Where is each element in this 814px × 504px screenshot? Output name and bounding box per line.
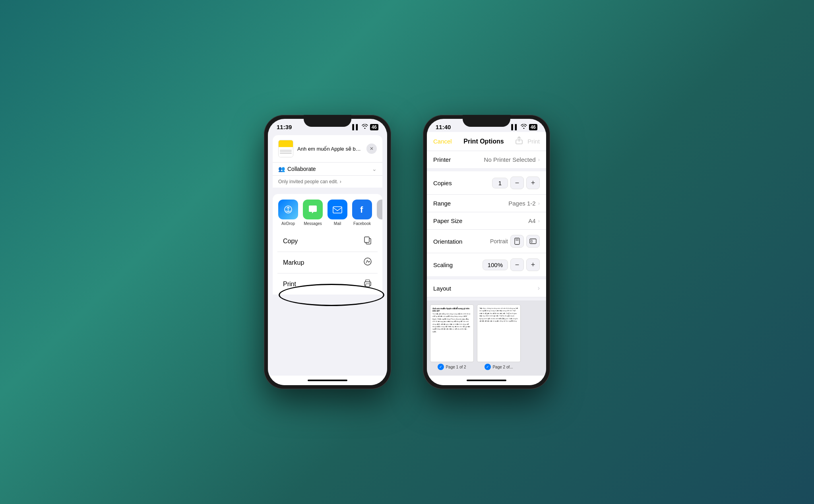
page-thumb-2: Tiếp theo, chúng ta cùng xem xét các tín…	[477, 304, 521, 362]
svg-point-12	[369, 283, 370, 283]
page-1-label: Page 1 of 2	[446, 365, 466, 369]
print-options-title: Print Options	[463, 138, 504, 145]
copies-minus-button[interactable]: −	[510, 176, 524, 189]
doc-title: Anh em muốn Apple sẽ bổ...	[297, 146, 362, 152]
collaborate-label: Collaborate	[287, 166, 316, 172]
layout-label: Layout	[433, 285, 451, 292]
printer-chevron-icon: ›	[538, 157, 540, 163]
nav-right: Print	[516, 136, 540, 147]
page-thumb-title-1: Anh em muốn Apple sẽ bổ sung gì trên iOS…	[432, 307, 471, 312]
share-sheet-content: Anh em muốn Apple sẽ bổ... ✕ 👥 Collabora…	[268, 132, 387, 376]
wifi-icon-2	[521, 124, 527, 130]
copies-plus-button[interactable]: +	[526, 176, 540, 189]
notch-2	[463, 115, 510, 127]
layout-section: Layout ›	[427, 279, 546, 297]
doc-lines	[279, 147, 293, 157]
share-doc-header: Anh em muốn Apple sẽ bổ... ✕	[273, 135, 382, 163]
home-pill-1	[308, 380, 347, 381]
svg-rect-15	[516, 239, 518, 240]
collaborate-people-icon: 👥	[278, 166, 285, 172]
orientation-group: Portrait	[490, 235, 540, 248]
layout-row[interactable]: Layout ›	[427, 279, 546, 297]
scaling-plus-button[interactable]: +	[526, 258, 540, 271]
page-1-badge: ✓ Page 1 of 2	[438, 364, 466, 370]
printer-row[interactable]: Printer No Printer Selected ›	[427, 151, 546, 168]
options-section: Copies 1 − + Range Pages 1-2 ›	[427, 171, 546, 276]
cancel-button[interactable]: Cancel	[433, 138, 452, 145]
page-thumb-1: Anh em muốn Apple sẽ bổ sung gì trên iOS…	[430, 304, 474, 362]
copies-stepper: 1 − +	[492, 176, 540, 189]
invite-text: Only invited people can edit.	[278, 179, 338, 184]
phone-2-screen: 11:40 ▌▌ 46 Cancel Print Options	[427, 119, 546, 385]
facebook-icon: f	[352, 200, 372, 219]
paper-size-row[interactable]: Paper Size A4 ›	[427, 212, 546, 230]
page-2-label: Page 2 of...	[492, 365, 513, 369]
pages-preview: Anh em muốn Apple sẽ bổ sung gì trên iOS…	[427, 300, 546, 376]
orientation-portrait-text: Portrait	[490, 238, 508, 244]
status-time-2: 11:40	[436, 124, 451, 130]
printer-section: Printer No Printer Selected ›	[427, 151, 546, 168]
paper-size-chevron-icon: ›	[538, 218, 540, 224]
wifi-icon-1	[362, 124, 368, 130]
notch-1	[304, 115, 351, 127]
document-icon	[278, 140, 293, 157]
messages-icon	[303, 200, 323, 219]
svg-rect-2	[333, 207, 342, 213]
printer-right: No Printer Selected ›	[484, 156, 540, 163]
app-item-mail[interactable]: Mail	[325, 200, 350, 226]
airdrop-icon	[278, 200, 298, 219]
range-row[interactable]: Range Pages 1-2 ›	[427, 195, 546, 212]
scaling-row: Scaling 100% − +	[427, 253, 546, 276]
print-options-list: Printer No Printer Selected › Copies 1 −	[427, 151, 546, 376]
copy-label: Copy	[283, 238, 298, 245]
action-print[interactable]: Print	[277, 273, 378, 295]
orientation-label: Orientation	[433, 238, 462, 245]
app-item-messages[interactable]: Messages	[300, 200, 325, 226]
copies-value: 1	[492, 178, 508, 188]
scaling-minus-button[interactable]: −	[510, 258, 524, 271]
app-item-facebook[interactable]: f Facebook	[350, 200, 374, 226]
page-thumb-text-2: Tiếp theo, chúng ta cùng xem xét các tín…	[479, 307, 518, 359]
action-copy[interactable]: Copy	[277, 231, 378, 252]
page-preview-1[interactable]: Anh em muốn Apple sẽ bổ sung gì trên iOS…	[430, 304, 474, 372]
orientation-portrait-button[interactable]	[510, 235, 524, 248]
phone-1-screen: 11:39 ▌▌ 46	[268, 119, 387, 385]
status-icons-1: ▌▌ 46	[352, 124, 378, 130]
action-markup[interactable]: Markup	[277, 252, 378, 273]
share-close-button[interactable]: ✕	[366, 143, 377, 154]
svg-rect-16	[530, 239, 536, 244]
signal-icon-2: ▌▌	[511, 124, 518, 130]
page-preview-2[interactable]: Tiếp theo, chúng ta cùng xem xét các tín…	[477, 304, 521, 372]
signal-icon-1: ▌▌	[352, 124, 359, 130]
status-time-1: 11:39	[277, 124, 292, 130]
printer-label: Printer	[433, 156, 451, 163]
collaborate-chevron-icon: ⌄	[372, 166, 377, 172]
doc-line-2	[280, 151, 292, 152]
print-label: Print	[283, 281, 296, 288]
svg-rect-8	[364, 237, 369, 242]
paper-size-right: A4 ›	[528, 217, 540, 224]
app-item-more[interactable]: More	[374, 200, 382, 226]
paper-size-label: Paper Size	[433, 217, 462, 224]
app-item-airdrop[interactable]: AirDrop	[276, 200, 300, 226]
scaling-label: Scaling	[433, 262, 453, 268]
orientation-row: Orientation Portrait	[427, 230, 546, 253]
copy-icon	[363, 236, 372, 246]
svg-point-9	[364, 258, 371, 265]
collaborate-row[interactable]: 👥 Collaborate ⌄	[273, 163, 382, 176]
share-icon[interactable]	[516, 136, 523, 147]
orientation-landscape-button[interactable]	[526, 235, 540, 248]
mail-icon	[328, 200, 347, 219]
mail-label: Mail	[334, 221, 341, 226]
print-button[interactable]: Print	[527, 138, 540, 145]
svg-rect-11	[366, 284, 370, 287]
phone-1: 11:39 ▌▌ 46	[264, 115, 391, 389]
messages-label: Messages	[304, 221, 322, 226]
status-icons-2: ▌▌ 46	[511, 124, 537, 130]
svg-rect-14	[515, 238, 519, 244]
doc-line-3	[280, 153, 292, 154]
print-icon	[363, 279, 372, 289]
invite-row: Only invited people can edit. ›	[273, 176, 382, 188]
print-nav: Cancel Print Options Print	[427, 132, 546, 151]
separator-1	[268, 188, 387, 191]
